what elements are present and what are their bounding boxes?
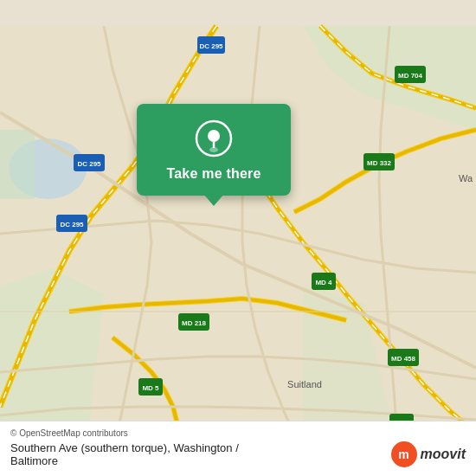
svg-text:MD 4: MD 4 [315,279,332,286]
popup-card: Take me there [137,104,291,196]
map-container: DC 295 DC 295 DC 295 MD 704 MD 332 MD 4 … [0,0,476,476]
location-name: Southern Ave (southern torque), Washingt… [10,441,239,454]
svg-point-29 [208,130,220,142]
take-me-there-button[interactable]: Take me there [166,166,261,182]
moovit-logo: m moovit [391,441,466,467]
svg-text:DC 295: DC 295 [199,42,223,50]
bottom-bar: © OpenStreetMap contributors Southern Av… [0,421,476,476]
location-row: Southern Ave (southern torque), Washingt… [10,441,466,467]
svg-text:MD 458: MD 458 [391,355,416,363]
svg-text:MD 704: MD 704 [398,72,423,80]
svg-text:MD 5: MD 5 [142,384,159,392]
moovit-brand-text: moovit [421,447,466,462]
svg-text:Wa: Wa [459,173,473,183]
svg-text:MD 218: MD 218 [182,319,207,327]
svg-text:DC 295: DC 295 [60,221,84,228]
moovit-logo-icon: m [391,441,417,467]
location-sub: Baltimore [10,454,239,467]
location-pin-icon [195,119,233,158]
svg-rect-2 [0,130,35,199]
svg-text:DC 295: DC 295 [77,160,101,168]
map-roads: DC 295 DC 295 DC 295 MD 704 MD 332 MD 4 … [0,0,476,476]
svg-text:Suitland: Suitland [287,379,322,389]
svg-text:MD 332: MD 332 [367,159,392,167]
location-info: Southern Ave (southern torque), Washingt… [10,441,239,467]
copyright-text: © OpenStreetMap contributors [10,428,466,438]
